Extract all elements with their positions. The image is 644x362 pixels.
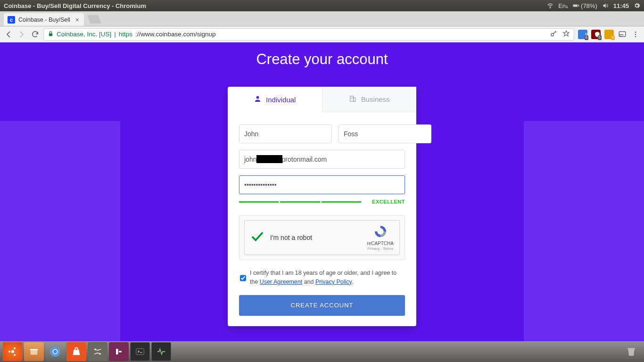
keyboard-indicator[interactable]: En₁ <box>558 2 568 9</box>
clock[interactable]: 11:45 <box>613 2 629 9</box>
svg-rect-4 <box>49 33 53 35</box>
svg-point-7 <box>635 32 636 33</box>
recaptcha-widget[interactable]: I'm not a robot reCAPTCHA Privacy - Term… <box>244 220 400 255</box>
chrome-menu-icon[interactable] <box>631 30 640 39</box>
tab-business[interactable]: Business <box>322 87 417 112</box>
svg-point-18 <box>11 350 14 353</box>
svg-rect-6 <box>619 32 626 37</box>
password-input[interactable] <box>239 175 405 194</box>
password-key-icon[interactable] <box>550 30 558 39</box>
account-type-tabs: Individual Business <box>228 87 416 112</box>
recaptcha-label: I'm not a robot <box>270 234 312 241</box>
signup-card: Individual Business EXCELLENT <box>228 87 416 326</box>
battery-indicator[interactable]: (78%) <box>573 2 597 9</box>
system-menubar: Coinbase - Buy/Sell Digital Currency - C… <box>0 0 644 11</box>
checkmark-icon <box>250 230 264 246</box>
forward-button[interactable] <box>17 30 26 39</box>
create-account-button[interactable]: CREATE ACCOUNT <box>239 295 405 316</box>
launcher-settings[interactable] <box>88 342 107 361</box>
decorative-panel-right <box>524 121 644 341</box>
volume-icon[interactable] <box>602 2 609 9</box>
new-tab-button[interactable] <box>87 15 102 24</box>
tab-title: Coinbase - Buy/Sell <box>18 16 70 23</box>
launcher-files[interactable] <box>24 342 44 361</box>
window-title: Coinbase - Buy/Sell Digital Currency - C… <box>4 2 146 9</box>
first-name-input[interactable] <box>239 124 332 143</box>
cast-icon[interactable] <box>618 30 627 39</box>
svg-point-5 <box>551 33 554 36</box>
svg-point-27 <box>95 349 97 351</box>
svg-point-26 <box>53 350 57 354</box>
launcher-system-monitor[interactable] <box>151 342 171 361</box>
address-bar[interactable]: Coinbase, Inc. [US] | https://www.coinba… <box>43 28 574 41</box>
unity-launcher <box>0 341 644 362</box>
favicon: c <box>8 16 15 24</box>
bookmark-star-icon[interactable] <box>562 30 570 39</box>
svg-rect-2 <box>578 5 579 6</box>
launcher-dash[interactable] <box>3 342 23 361</box>
svg-point-8 <box>635 33 636 35</box>
decorative-panel-left <box>0 121 120 341</box>
launcher-trash[interactable] <box>621 342 641 361</box>
url-path: ://www.coinbase.com/signup <box>135 31 215 38</box>
ev-cert-name: Coinbase, Inc. [US] <box>57 31 111 38</box>
launcher-software[interactable] <box>66 342 86 361</box>
svg-rect-32 <box>627 348 635 349</box>
recaptcha-logo: reCAPTCHA Privacy - Terms <box>367 224 394 251</box>
gear-icon[interactable] <box>634 2 640 9</box>
building-icon <box>349 95 357 104</box>
launcher-chromium[interactable] <box>45 342 65 361</box>
svg-point-21 <box>14 354 16 356</box>
svg-rect-11 <box>350 96 354 101</box>
extension-icons: S6 5 2 <box>578 30 640 39</box>
svg-rect-31 <box>136 349 144 355</box>
svg-rect-30 <box>119 351 122 353</box>
password-strength-label: EXCELLENT <box>363 199 405 205</box>
page-title: Create your account <box>0 42 644 68</box>
svg-rect-23 <box>31 350 38 354</box>
user-agreement-link[interactable]: User Agreement <box>260 279 302 285</box>
reload-button[interactable] <box>30 30 40 39</box>
privacy-policy-link[interactable]: Privacy Policy <box>315 279 352 285</box>
svg-rect-3 <box>573 5 577 7</box>
redacted-region <box>256 155 282 163</box>
url-protocol: https <box>119 31 132 38</box>
extension-icon[interactable]: 2 <box>604 30 614 39</box>
svg-rect-22 <box>30 349 38 351</box>
svg-point-0 <box>550 8 551 8</box>
password-strength: EXCELLENT <box>239 199 405 205</box>
system-indicators: En₁ (78%) 11:45 <box>547 2 640 9</box>
person-icon <box>254 95 262 104</box>
svg-point-9 <box>635 36 636 37</box>
svg-rect-29 <box>116 349 118 354</box>
close-icon[interactable]: × <box>75 16 79 24</box>
extension-icon[interactable]: 5 <box>591 30 601 39</box>
tab-individual[interactable]: Individual <box>228 87 322 112</box>
agree-checkbox[interactable] <box>240 270 246 287</box>
browser-tab[interactable]: c Coinbase - Buy/Sell × <box>4 13 84 26</box>
wifi-icon[interactable] <box>547 2 553 9</box>
svg-point-20 <box>14 347 16 349</box>
svg-rect-12 <box>354 98 355 101</box>
browser-toolbar: Coinbase, Inc. [US] | https://www.coinba… <box>0 26 644 42</box>
extension-icon[interactable]: S6 <box>578 30 587 39</box>
page-content: Create your account Individual Business <box>0 42 644 341</box>
recaptcha-container: I'm not a robot reCAPTCHA Privacy - Term… <box>239 215 405 260</box>
launcher-terminal[interactable] <box>130 342 150 361</box>
browser-tab-strip: c Coinbase - Buy/Sell × <box>0 11 644 26</box>
back-button[interactable] <box>4 30 13 39</box>
lock-icon <box>48 31 54 38</box>
last-name-input[interactable] <box>339 124 431 143</box>
launcher-app[interactable] <box>109 342 129 361</box>
svg-point-10 <box>256 96 259 99</box>
age-agreement: I certify that I am 18 years of age or o… <box>239 269 405 287</box>
svg-point-19 <box>8 351 10 353</box>
svg-point-28 <box>99 353 101 355</box>
